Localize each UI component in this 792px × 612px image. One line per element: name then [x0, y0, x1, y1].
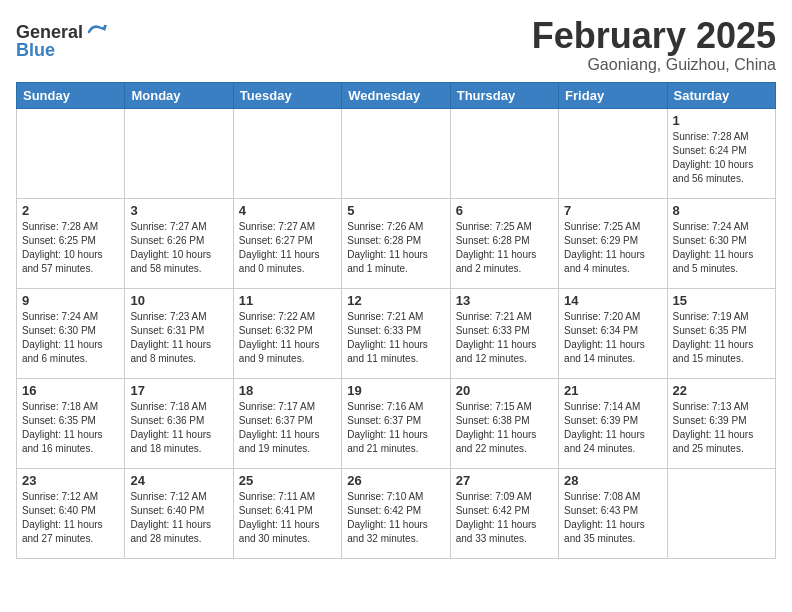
empty-cell [667, 468, 775, 558]
day-info: Sunrise: 7:18 AM Sunset: 6:35 PM Dayligh… [22, 400, 119, 456]
day-number: 22 [673, 383, 770, 398]
day-number: 26 [347, 473, 444, 488]
weekday-header-tuesday: Tuesday [233, 82, 341, 108]
day-number: 18 [239, 383, 336, 398]
day-number: 17 [130, 383, 227, 398]
week-row-4: 16Sunrise: 7:18 AM Sunset: 6:35 PM Dayli… [17, 378, 776, 468]
weekday-header-friday: Friday [559, 82, 667, 108]
day-cell-10: 10Sunrise: 7:23 AM Sunset: 6:31 PM Dayli… [125, 288, 233, 378]
logo-blue: Blue [16, 40, 55, 61]
day-info: Sunrise: 7:09 AM Sunset: 6:42 PM Dayligh… [456, 490, 553, 546]
day-info: Sunrise: 7:20 AM Sunset: 6:34 PM Dayligh… [564, 310, 661, 366]
day-info: Sunrise: 7:24 AM Sunset: 6:30 PM Dayligh… [673, 220, 770, 276]
day-cell-21: 21Sunrise: 7:14 AM Sunset: 6:39 PM Dayli… [559, 378, 667, 468]
day-number: 27 [456, 473, 553, 488]
day-cell-23: 23Sunrise: 7:12 AM Sunset: 6:40 PM Dayli… [17, 468, 125, 558]
header: General Blue February 2025 Gaoniang, Gui… [16, 16, 776, 74]
day-info: Sunrise: 7:25 AM Sunset: 6:28 PM Dayligh… [456, 220, 553, 276]
day-number: 7 [564, 203, 661, 218]
weekday-header-wednesday: Wednesday [342, 82, 450, 108]
day-number: 21 [564, 383, 661, 398]
empty-cell [559, 108, 667, 198]
day-number: 28 [564, 473, 661, 488]
weekday-header-thursday: Thursday [450, 82, 558, 108]
day-cell-25: 25Sunrise: 7:11 AM Sunset: 6:41 PM Dayli… [233, 468, 341, 558]
day-info: Sunrise: 7:11 AM Sunset: 6:41 PM Dayligh… [239, 490, 336, 546]
day-cell-26: 26Sunrise: 7:10 AM Sunset: 6:42 PM Dayli… [342, 468, 450, 558]
day-info: Sunrise: 7:19 AM Sunset: 6:35 PM Dayligh… [673, 310, 770, 366]
week-row-2: 2Sunrise: 7:28 AM Sunset: 6:25 PM Daylig… [17, 198, 776, 288]
week-row-1: 1Sunrise: 7:28 AM Sunset: 6:24 PM Daylig… [17, 108, 776, 198]
day-number: 3 [130, 203, 227, 218]
day-cell-5: 5Sunrise: 7:26 AM Sunset: 6:28 PM Daylig… [342, 198, 450, 288]
day-number: 16 [22, 383, 119, 398]
day-cell-28: 28Sunrise: 7:08 AM Sunset: 6:43 PM Dayli… [559, 468, 667, 558]
day-number: 6 [456, 203, 553, 218]
day-number: 19 [347, 383, 444, 398]
day-number: 12 [347, 293, 444, 308]
day-info: Sunrise: 7:26 AM Sunset: 6:28 PM Dayligh… [347, 220, 444, 276]
day-cell-6: 6Sunrise: 7:25 AM Sunset: 6:28 PM Daylig… [450, 198, 558, 288]
day-cell-4: 4Sunrise: 7:27 AM Sunset: 6:27 PM Daylig… [233, 198, 341, 288]
location-title: Gaoniang, Guizhou, China [532, 56, 776, 74]
day-number: 15 [673, 293, 770, 308]
logo: General Blue [16, 20, 109, 61]
day-cell-22: 22Sunrise: 7:13 AM Sunset: 6:39 PM Dayli… [667, 378, 775, 468]
empty-cell [17, 108, 125, 198]
day-number: 5 [347, 203, 444, 218]
day-info: Sunrise: 7:12 AM Sunset: 6:40 PM Dayligh… [130, 490, 227, 546]
day-number: 1 [673, 113, 770, 128]
day-cell-1: 1Sunrise: 7:28 AM Sunset: 6:24 PM Daylig… [667, 108, 775, 198]
day-cell-14: 14Sunrise: 7:20 AM Sunset: 6:34 PM Dayli… [559, 288, 667, 378]
day-cell-7: 7Sunrise: 7:25 AM Sunset: 6:29 PM Daylig… [559, 198, 667, 288]
empty-cell [125, 108, 233, 198]
day-cell-18: 18Sunrise: 7:17 AM Sunset: 6:37 PM Dayli… [233, 378, 341, 468]
day-info: Sunrise: 7:25 AM Sunset: 6:29 PM Dayligh… [564, 220, 661, 276]
day-info: Sunrise: 7:13 AM Sunset: 6:39 PM Dayligh… [673, 400, 770, 456]
week-row-5: 23Sunrise: 7:12 AM Sunset: 6:40 PM Dayli… [17, 468, 776, 558]
day-info: Sunrise: 7:15 AM Sunset: 6:38 PM Dayligh… [456, 400, 553, 456]
day-cell-24: 24Sunrise: 7:12 AM Sunset: 6:40 PM Dayli… [125, 468, 233, 558]
day-info: Sunrise: 7:14 AM Sunset: 6:39 PM Dayligh… [564, 400, 661, 456]
title-block: February 2025 Gaoniang, Guizhou, China [532, 16, 776, 74]
week-row-3: 9Sunrise: 7:24 AM Sunset: 6:30 PM Daylig… [17, 288, 776, 378]
day-info: Sunrise: 7:28 AM Sunset: 6:25 PM Dayligh… [22, 220, 119, 276]
day-cell-12: 12Sunrise: 7:21 AM Sunset: 6:33 PM Dayli… [342, 288, 450, 378]
day-cell-27: 27Sunrise: 7:09 AM Sunset: 6:42 PM Dayli… [450, 468, 558, 558]
calendar-table: SundayMondayTuesdayWednesdayThursdayFrid… [16, 82, 776, 559]
day-number: 24 [130, 473, 227, 488]
day-cell-13: 13Sunrise: 7:21 AM Sunset: 6:33 PM Dayli… [450, 288, 558, 378]
logo-icon [85, 20, 109, 44]
day-cell-3: 3Sunrise: 7:27 AM Sunset: 6:26 PM Daylig… [125, 198, 233, 288]
day-number: 13 [456, 293, 553, 308]
day-number: 8 [673, 203, 770, 218]
day-info: Sunrise: 7:24 AM Sunset: 6:30 PM Dayligh… [22, 310, 119, 366]
day-cell-8: 8Sunrise: 7:24 AM Sunset: 6:30 PM Daylig… [667, 198, 775, 288]
day-number: 10 [130, 293, 227, 308]
day-info: Sunrise: 7:17 AM Sunset: 6:37 PM Dayligh… [239, 400, 336, 456]
day-info: Sunrise: 7:28 AM Sunset: 6:24 PM Dayligh… [673, 130, 770, 186]
day-number: 4 [239, 203, 336, 218]
day-info: Sunrise: 7:27 AM Sunset: 6:27 PM Dayligh… [239, 220, 336, 276]
day-number: 11 [239, 293, 336, 308]
day-cell-16: 16Sunrise: 7:18 AM Sunset: 6:35 PM Dayli… [17, 378, 125, 468]
weekday-header-monday: Monday [125, 82, 233, 108]
day-info: Sunrise: 7:10 AM Sunset: 6:42 PM Dayligh… [347, 490, 444, 546]
empty-cell [233, 108, 341, 198]
day-info: Sunrise: 7:08 AM Sunset: 6:43 PM Dayligh… [564, 490, 661, 546]
day-number: 9 [22, 293, 119, 308]
day-info: Sunrise: 7:16 AM Sunset: 6:37 PM Dayligh… [347, 400, 444, 456]
weekday-header-row: SundayMondayTuesdayWednesdayThursdayFrid… [17, 82, 776, 108]
day-number: 20 [456, 383, 553, 398]
day-info: Sunrise: 7:21 AM Sunset: 6:33 PM Dayligh… [347, 310, 444, 366]
day-info: Sunrise: 7:21 AM Sunset: 6:33 PM Dayligh… [456, 310, 553, 366]
month-title: February 2025 [532, 16, 776, 56]
day-cell-20: 20Sunrise: 7:15 AM Sunset: 6:38 PM Dayli… [450, 378, 558, 468]
day-cell-15: 15Sunrise: 7:19 AM Sunset: 6:35 PM Dayli… [667, 288, 775, 378]
day-number: 2 [22, 203, 119, 218]
day-info: Sunrise: 7:12 AM Sunset: 6:40 PM Dayligh… [22, 490, 119, 546]
day-info: Sunrise: 7:22 AM Sunset: 6:32 PM Dayligh… [239, 310, 336, 366]
weekday-header-sunday: Sunday [17, 82, 125, 108]
day-cell-19: 19Sunrise: 7:16 AM Sunset: 6:37 PM Dayli… [342, 378, 450, 468]
day-info: Sunrise: 7:23 AM Sunset: 6:31 PM Dayligh… [130, 310, 227, 366]
